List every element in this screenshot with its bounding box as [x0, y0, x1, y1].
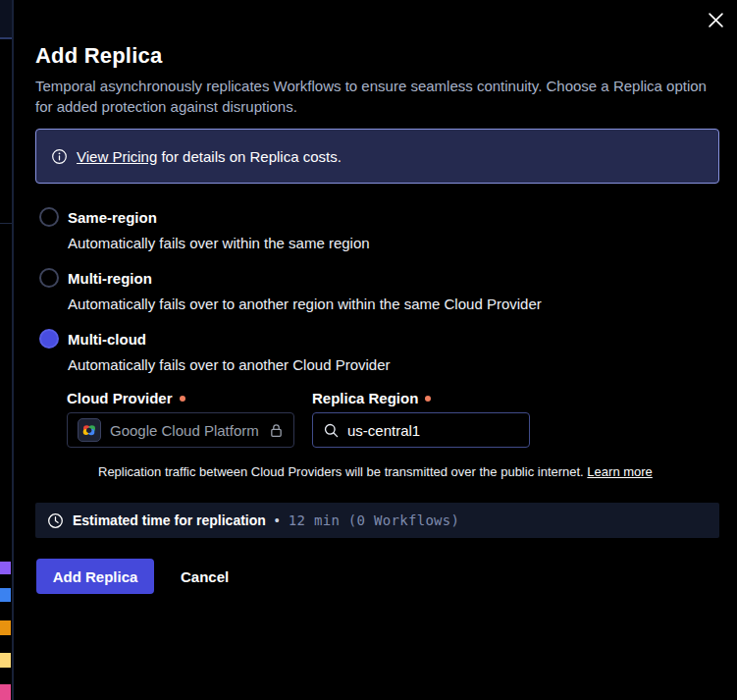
- lock-icon: [268, 422, 285, 439]
- option-multi-cloud-radio-row[interactable]: Multi-cloud: [35, 329, 719, 349]
- cloud-provider-select[interactable]: Google Cloud Platform: [67, 412, 294, 448]
- required-dot: [180, 396, 185, 402]
- radio-selected-icon[interactable]: [39, 329, 59, 349]
- replica-region-field: [312, 412, 530, 448]
- search-icon: [323, 422, 340, 439]
- add-replica-button[interactable]: Add Replica: [36, 559, 154, 594]
- radio-unselected-icon[interactable]: [39, 268, 59, 288]
- option-label: Multi-region: [68, 270, 152, 287]
- option-label: Same-region: [68, 209, 157, 226]
- close-icon: [709, 16, 723, 30]
- clock-icon: [47, 512, 64, 529]
- status-chip: [0, 684, 11, 700]
- learn-more-link[interactable]: Learn more: [587, 464, 652, 479]
- replica-options-group: Same-region Automatically fails over wit…: [35, 207, 719, 480]
- replica-region-input[interactable]: [347, 422, 504, 439]
- background-page-sliver: [0, 0, 18, 700]
- option-description: Automatically fails over to another Clou…: [68, 355, 719, 375]
- radio-unselected-icon[interactable]: [39, 207, 59, 227]
- option-label: Multi-cloud: [68, 331, 146, 348]
- option-description: Automatically fails over to another regi…: [68, 295, 719, 314]
- gcp-logo-icon: [78, 418, 101, 442]
- required-dot: [425, 396, 431, 402]
- option-description: Automatically fails over within the same…: [68, 234, 719, 253]
- status-chip: [0, 562, 11, 574]
- add-replica-modal: Add Replica Temporal asynchronously repl…: [18, 0, 737, 700]
- modal-description: Temporal asynchronously replicates Workf…: [35, 76, 719, 117]
- pricing-banner-text: for details on Replica costs.: [161, 148, 341, 165]
- close-button[interactable]: [705, 9, 726, 30]
- option-multi-cloud: Multi-cloud Automatically fails over to …: [35, 329, 719, 480]
- public-internet-note: Replication traffic between Cloud Provid…: [98, 464, 719, 480]
- view-pricing-link[interactable]: View Pricing: [77, 148, 157, 165]
- estimate-value: 12 min (0 Workflows): [289, 512, 460, 528]
- estimated-time-banner: Estimated time for replication • 12 min …: [35, 503, 719, 538]
- estimate-label: Estimated time for replication: [73, 512, 266, 528]
- cloud-provider-value: Google Cloud Platform: [110, 422, 259, 439]
- replica-region-label: Replica Region: [312, 390, 557, 406]
- option-same-region-radio-row[interactable]: Same-region: [35, 207, 719, 227]
- option-same-region: Same-region Automatically fails over wit…: [35, 207, 719, 253]
- status-chip: [0, 620, 11, 635]
- multi-cloud-form: Cloud Provider Replica Region: [67, 390, 719, 480]
- background-column-divider: [12, 0, 14, 700]
- info-icon: [51, 148, 68, 165]
- status-chip: [0, 588, 11, 602]
- modal-title: Add Replica: [35, 43, 719, 69]
- option-multi-region: Multi-region Automatically fails over to…: [35, 268, 719, 314]
- cancel-button[interactable]: Cancel: [181, 568, 229, 585]
- option-multi-region-radio-row[interactable]: Multi-region: [35, 268, 719, 288]
- modal-actions: Add Replica Cancel: [35, 559, 719, 594]
- status-chip: [0, 653, 11, 668]
- pricing-info-banner: View Pricing for details on Replica cost…: [35, 129, 719, 184]
- cloud-provider-label: Cloud Provider: [67, 390, 312, 406]
- estimate-separator: •: [275, 512, 280, 528]
